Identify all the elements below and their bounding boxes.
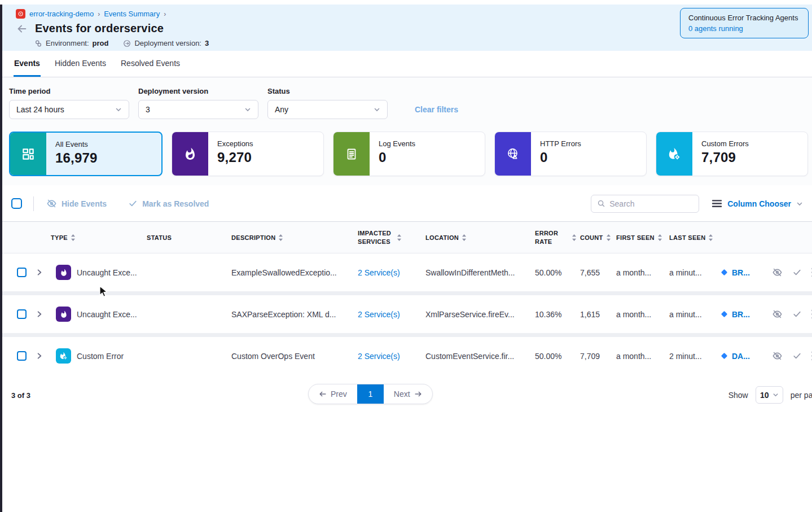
- mark-resolved-button[interactable]: Mark as Resolved: [128, 199, 209, 208]
- deployment-meta: Deployment version: 3: [123, 39, 209, 47]
- row-count-summary: 3 of 3: [11, 391, 30, 400]
- page-size-select[interactable]: 10: [756, 386, 783, 404]
- ticket-link[interactable]: DA...: [720, 352, 770, 361]
- deployment-value: 3: [205, 39, 209, 47]
- sort-icon: [708, 234, 713, 242]
- table-body: Uncaught Exce... ExampleSwallowedExcepti…: [2, 253, 812, 375]
- status-value: Any: [275, 105, 288, 114]
- event-count: 7,709: [580, 352, 616, 361]
- column-header-count[interactable]: COUNT: [580, 234, 616, 242]
- stat-cards: All Events 16,979 Exceptions 9,270 Log: [9, 132, 808, 176]
- breadcrumb-separator: ›: [164, 10, 166, 18]
- row-checkbox[interactable]: [17, 268, 27, 277]
- resolve-event-icon[interactable]: [792, 351, 802, 361]
- environment-meta: Environment: prod: [34, 39, 108, 47]
- hide-event-icon[interactable]: [772, 351, 783, 361]
- impacted-services-link[interactable]: 2 Service(s): [358, 268, 425, 277]
- hide-event-icon[interactable]: [772, 309, 783, 320]
- collapsed-sidebar-edge: [0, 5, 2, 512]
- chevron-down-icon: [796, 200, 803, 207]
- event-location: XmlParseService.fireEv...: [425, 310, 535, 319]
- first-seen: a month...: [616, 352, 669, 361]
- breadcrumb-page-link[interactable]: Events Summary: [104, 10, 160, 18]
- column-header-location[interactable]: LOCATION: [425, 234, 535, 242]
- page-title: Events for orderservice: [35, 22, 164, 35]
- time-period-select[interactable]: Last 24 hours: [9, 100, 129, 119]
- page-number-button[interactable]: 1: [357, 384, 384, 404]
- column-header-impacted-services[interactable]: IMPACTED SERVICES: [358, 229, 425, 246]
- deployment-version-icon: [123, 40, 131, 47]
- error-rate: 50.00%: [535, 268, 580, 277]
- column-header-type[interactable]: TYPE: [51, 234, 147, 242]
- status-select[interactable]: Any: [267, 100, 388, 119]
- card-value: 9,270: [217, 150, 253, 165]
- eye-slash-icon: [46, 198, 57, 209]
- row-expander-chevron-right-icon[interactable]: [32, 352, 51, 360]
- resolve-event-icon[interactable]: [792, 309, 802, 319]
- card-log-events[interactable]: Log Events 0: [333, 132, 485, 176]
- card-custom-errors[interactable]: Custom Errors 7,709: [656, 132, 808, 176]
- tab-resolved-events[interactable]: Resolved Events: [120, 51, 181, 77]
- table-row: Uncaught Exce... SAXParseException: XML …: [2, 295, 812, 333]
- row-checkbox[interactable]: [17, 351, 27, 361]
- first-seen: a month...: [616, 310, 669, 319]
- sort-icon: [397, 234, 402, 242]
- breadcrumb-separator: ›: [98, 10, 100, 18]
- column-header-first-seen[interactable]: FIRST SEEN: [616, 234, 669, 242]
- prev-page-button[interactable]: Prev: [309, 384, 357, 404]
- deployment-version-label: Deployment version: [138, 87, 258, 95]
- card-value: 16,979: [55, 150, 98, 166]
- card-http-errors[interactable]: HTTP Errors 0: [494, 132, 647, 176]
- card-value: 0: [540, 150, 581, 165]
- table-row: Custom Error Custom OverOps Event 2 Serv…: [2, 337, 812, 375]
- card-label: Custom Errors: [701, 139, 749, 148]
- agents-running-link[interactable]: 0 agents running: [688, 24, 800, 33]
- back-arrow-icon[interactable]: [16, 23, 28, 35]
- clear-filters-button[interactable]: Clear filters: [415, 105, 458, 114]
- card-label: Log Events: [379, 139, 415, 148]
- search-input[interactable]: [609, 199, 688, 208]
- impacted-services-link[interactable]: 2 Service(s): [358, 310, 425, 319]
- environment-icon: [34, 40, 42, 47]
- deployment-version-select[interactable]: 3: [138, 100, 258, 119]
- card-exceptions[interactable]: Exceptions 9,270: [172, 132, 324, 176]
- table-row: Uncaught Exce... ExampleSwallowedExcepti…: [2, 253, 812, 291]
- exception-flame-icon: [56, 265, 71, 280]
- all-events-grid-icon: [10, 133, 46, 175]
- tab-hidden-events[interactable]: Hidden Events: [54, 51, 107, 77]
- breadcrumb-project-link[interactable]: error-tracking-demo: [29, 10, 94, 18]
- column-header-last-seen[interactable]: LAST SEEN: [669, 234, 720, 242]
- jira-diamond-icon: [720, 352, 728, 360]
- filters-section: Time period Last 24 hours Deployment ver…: [2, 77, 812, 185]
- card-all-events[interactable]: All Events 16,979: [9, 132, 163, 176]
- ticket-link[interactable]: BR...: [720, 268, 770, 277]
- chevron-down-icon: [374, 106, 380, 113]
- impacted-services-link[interactable]: 2 Service(s): [358, 352, 425, 361]
- tab-events[interactable]: Events: [14, 51, 41, 77]
- resolve-event-icon[interactable]: [792, 268, 802, 277]
- row-expander-chevron-right-icon[interactable]: [32, 269, 51, 276]
- column-chooser-button[interactable]: Column Chooser: [712, 199, 803, 208]
- log-events-document-icon: [333, 132, 370, 176]
- environment-label: Environment:: [46, 39, 89, 47]
- http-errors-globe-icon: [495, 132, 531, 176]
- hide-event-icon[interactable]: [772, 267, 783, 278]
- pager: Prev 1 Next: [308, 384, 433, 404]
- search-box[interactable]: [591, 195, 699, 213]
- column-header-status[interactable]: STATUS: [147, 234, 231, 241]
- select-all-checkbox[interactable]: [11, 198, 22, 209]
- next-page-button[interactable]: Next: [384, 384, 432, 404]
- environment-value: prod: [93, 39, 109, 47]
- ticket-link[interactable]: BR...: [720, 310, 770, 319]
- column-header-description[interactable]: DESCRIPTION: [231, 234, 358, 242]
- last-seen: a minut...: [669, 268, 720, 277]
- page-size-control: Show 10 per page: [728, 386, 812, 404]
- event-count: 1,615: [580, 310, 616, 319]
- error-rate: 10.36%: [535, 310, 580, 319]
- row-checkbox[interactable]: [17, 309, 27, 319]
- column-header-error-rate[interactable]: ERROR RATE: [535, 229, 580, 246]
- row-expander-chevron-right-icon[interactable]: [32, 310, 51, 318]
- error-rate: 50.00%: [535, 352, 580, 361]
- hide-events-button[interactable]: Hide Events: [46, 198, 107, 209]
- event-location: CustomEventService.fir...: [425, 352, 535, 361]
